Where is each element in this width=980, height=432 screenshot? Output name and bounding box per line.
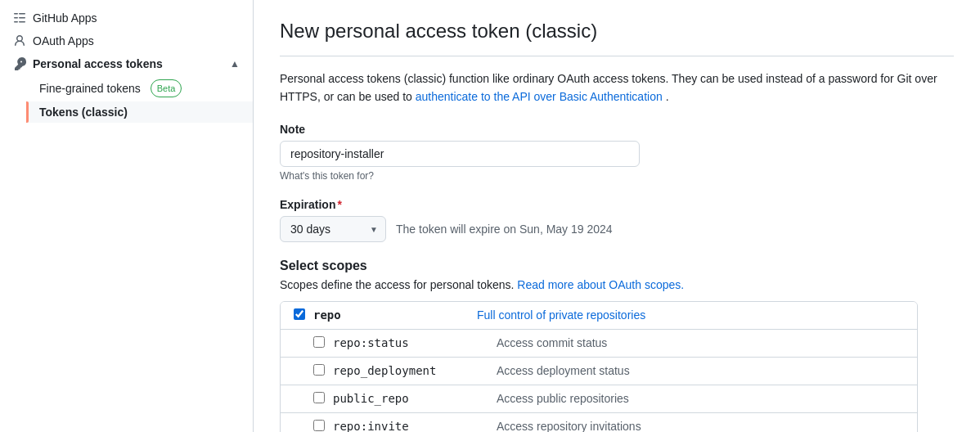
fine-grained-label: Fine-grained tokens: [39, 82, 141, 95]
scope-desc-repo-invite: Access repository invitations: [497, 420, 904, 432]
note-hint: What's this token for?: [280, 170, 954, 182]
sidebar-item-personal-access-tokens-label: Personal access tokens: [33, 57, 223, 70]
expiration-label: Expiration*: [280, 198, 954, 211]
scope-checkbox-repo-deployment[interactable]: [313, 364, 325, 378]
scope-checkbox-repo-status[interactable]: [313, 336, 325, 350]
scope-desc-repo: Full control of private repositories: [477, 308, 904, 322]
scope-checkbox-repo[interactable]: [294, 308, 305, 322]
scope-name-repo: repo: [313, 308, 477, 322]
grid-icon: [13, 11, 26, 25]
description: Personal access tokens (classic) functio…: [280, 70, 954, 106]
main-content: New personal access token (classic) Pers…: [254, 0, 980, 432]
scope-row-repo: repo Full control of private repositorie…: [281, 302, 917, 330]
expiration-select-wrapper: No expiration 7 days 30 days 60 days 90 …: [280, 216, 386, 242]
tokens-classic-label: Tokens (classic): [39, 106, 128, 119]
required-star: *: [337, 198, 341, 211]
sidebar-item-oauth-apps[interactable]: OAuth Apps: [0, 29, 253, 52]
sidebar-item-tokens-classic[interactable]: Tokens (classic): [26, 101, 253, 123]
scope-name-repo-invite: repo:invite: [333, 420, 497, 432]
expiration-select[interactable]: No expiration 7 days 30 days 60 days 90 …: [280, 216, 386, 242]
scope-checkbox-public-repo[interactable]: [313, 392, 325, 406]
scope-row-public-repo: public_repo Access public repositories: [281, 385, 917, 413]
scope-row-repo-status: repo:status Access commit status: [281, 330, 917, 358]
scope-checkbox-repo-invite[interactable]: [313, 420, 325, 432]
scopes-group: Select scopes Scopes define the access f…: [280, 259, 954, 432]
scopes-desc: Scopes define the access for personal to…: [280, 278, 954, 291]
key-icon: [13, 57, 26, 70]
scope-name-repo-status: repo:status: [333, 336, 497, 349]
expiration-group: Expiration* No expiration 7 days 30 days…: [280, 198, 954, 242]
sidebar-item-oauth-apps-label: OAuth Apps: [33, 34, 94, 47]
sidebar: GitHub Apps OAuth Apps Personal access t…: [0, 0, 254, 432]
sidebar-item-fine-grained[interactable]: Fine-grained tokens Beta: [26, 75, 253, 101]
note-input[interactable]: [280, 141, 640, 167]
page-title: New personal access token (classic): [280, 20, 954, 56]
sidebar-item-github-apps-label: GitHub Apps: [33, 11, 97, 25]
beta-badge: Beta: [151, 79, 182, 97]
expiration-row: No expiration 7 days 30 days 60 days 90 …: [280, 216, 954, 242]
scope-name-public-repo: public_repo: [333, 392, 497, 405]
sidebar-item-personal-access-tokens[interactable]: Personal access tokens ▲: [0, 52, 253, 75]
scope-row-repo-invite: repo:invite Access repository invitation…: [281, 413, 917, 432]
expiry-note: The token will expire on Sun, May 19 202…: [396, 223, 613, 236]
chevron-up-icon: ▲: [230, 58, 240, 70]
scope-desc-repo-deployment: Access deployment status: [497, 364, 904, 377]
sidebar-item-github-apps[interactable]: GitHub Apps: [0, 7, 253, 29]
scope-name-repo-deployment: repo_deployment: [333, 364, 497, 377]
scopes-link[interactable]: Read more about OAuth scopes.: [517, 278, 684, 291]
scopes-desc-text: Scopes define the access for personal to…: [280, 278, 517, 291]
scope-desc-public-repo: Access public repositories: [497, 392, 904, 405]
description-link[interactable]: authenticate to the API over Basic Authe…: [416, 90, 663, 103]
scope-row-repo-deployment: repo_deployment Access deployment status: [281, 358, 917, 385]
scope-desc-repo-status: Access commit status: [497, 336, 904, 349]
note-label: Note: [280, 123, 954, 136]
sidebar-children-tokens: Fine-grained tokens Beta Tokens (classic…: [0, 75, 253, 123]
description-text2: .: [666, 90, 669, 103]
note-group: Note What's this token for?: [280, 123, 954, 182]
scopes-title: Select scopes: [280, 259, 954, 273]
person-icon: [13, 34, 26, 47]
scopes-table: repo Full control of private repositorie…: [280, 301, 918, 432]
